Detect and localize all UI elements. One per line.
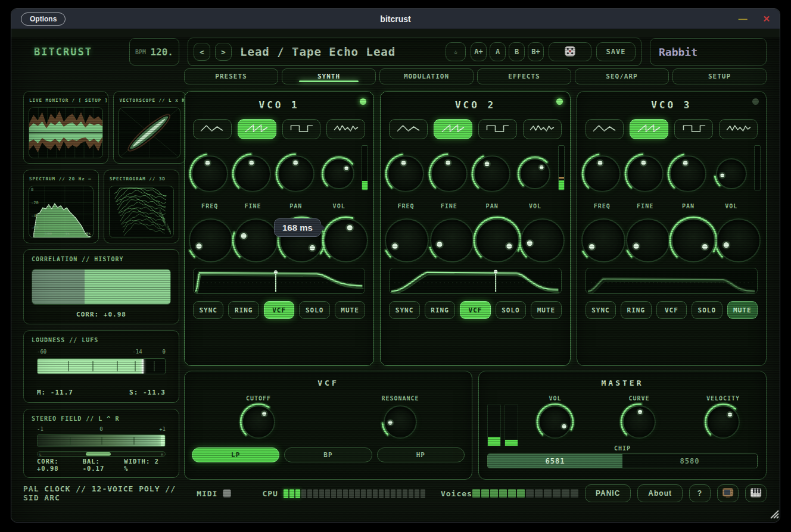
vcf-mode-bp-button[interactable]: BP xyxy=(284,447,372,462)
save-button[interactable]: SAVE xyxy=(596,42,636,61)
randomize-button[interactable] xyxy=(549,42,591,61)
vco-2-att-knob[interactable] xyxy=(385,218,429,262)
vco-1-att-knob[interactable] xyxy=(189,218,233,262)
vco-3-att-knob[interactable] xyxy=(581,218,625,262)
tab-modulation[interactable]: MODULATION xyxy=(379,68,474,85)
minimize-icon[interactable]: — xyxy=(738,14,747,24)
vco-3-ring-button[interactable]: RING xyxy=(621,301,651,319)
vco-3-pan-knob[interactable] xyxy=(669,155,706,192)
vco-2-ring-button[interactable]: RING xyxy=(425,301,455,319)
vcf-cutoff-knob[interactable] xyxy=(242,405,275,439)
cpu-segment xyxy=(343,489,348,498)
vco-3-solo-button[interactable]: SOLO xyxy=(692,301,722,319)
favorite-star-icon[interactable]: ☆ xyxy=(446,42,466,61)
vco-3-dec-knob[interactable] xyxy=(626,218,670,262)
stereo-slider-handle[interactable] xyxy=(86,452,111,456)
help-button[interactable]: ? xyxy=(689,484,711,502)
vco-1-ring-button[interactable]: RING xyxy=(228,301,259,319)
virtual-keyboard-button[interactable] xyxy=(745,484,767,502)
vco-1-freq-knob[interactable] xyxy=(191,155,228,192)
tab-synth[interactable]: SYNTH xyxy=(282,68,376,85)
vcf-mode-hp-button[interactable]: HP xyxy=(377,447,465,462)
vco-2-rel-knob[interactable] xyxy=(521,218,565,262)
vco-1-wave-triangle-button[interactable] xyxy=(193,119,232,139)
bpm-box[interactable]: BPM 120. xyxy=(129,38,179,65)
vco-3-sync-button[interactable]: SYNC xyxy=(586,301,616,319)
vco-2-fine-knob[interactable] xyxy=(431,155,468,192)
compare-b-button[interactable]: B xyxy=(509,42,525,61)
tab-setup[interactable]: SETUP xyxy=(672,68,767,85)
master-vol-knob[interactable] xyxy=(538,405,572,439)
vco-3-wave-triangle-button[interactable] xyxy=(586,119,624,139)
preset-prev-button[interactable]: < xyxy=(194,43,210,61)
vco-2-dec-knob[interactable] xyxy=(430,218,474,262)
preset-next-button[interactable]: > xyxy=(215,43,232,61)
vco-1-wave-noise-button[interactable] xyxy=(326,119,365,139)
preset-author-field[interactable]: Rabbit xyxy=(650,38,767,65)
compare-a--button[interactable]: A+ xyxy=(471,42,487,61)
vco-3-freq-knob[interactable] xyxy=(584,155,621,192)
stereo-scale-min: -1 xyxy=(37,426,43,432)
vco-1-mute-button[interactable]: MUTE xyxy=(335,301,365,319)
vco-1-dec-knob[interactable] xyxy=(234,218,278,262)
plugin-window: Options bitcrust — ✕ BITCRUST BPM 120. <… xyxy=(11,8,780,522)
vco-1-solo-button[interactable]: SOLO xyxy=(299,301,329,319)
master-velocity-knob[interactable] xyxy=(706,405,740,439)
vco-2-wave-pulse-button[interactable] xyxy=(478,119,517,139)
vco-3-knobs-top: FREQFINEPANVOL xyxy=(581,144,753,211)
vco-2-vol-knob[interactable] xyxy=(519,158,550,189)
master-curve-knob[interactable] xyxy=(622,405,656,439)
vco-3-wave-noise-button[interactable] xyxy=(719,119,758,139)
compare-b--button[interactable]: B+ xyxy=(528,42,544,61)
options-button[interactable]: Options xyxy=(21,12,66,26)
vco-3-wave-saw-button[interactable] xyxy=(630,119,668,139)
panic-button[interactable]: PANIC xyxy=(585,484,631,502)
tab-seq-arp[interactable]: SEQ/ARP xyxy=(575,68,669,85)
tab-effects[interactable]: EFFECTS xyxy=(477,68,571,85)
vcf-mode-lp-button[interactable]: LP xyxy=(192,447,279,462)
vco-3-sus-knob[interactable] xyxy=(671,218,715,262)
vco-1-wave-saw-button[interactable] xyxy=(238,119,276,139)
crt-display-button[interactable] xyxy=(717,484,739,502)
vco-3-vol-knob[interactable] xyxy=(716,158,747,189)
vco-3-vcf-button[interactable]: VCF xyxy=(656,301,687,319)
vco-1-fine-knob[interactable] xyxy=(234,155,271,192)
cpu-segment xyxy=(421,489,425,498)
vco-3-mute-button[interactable]: MUTE xyxy=(727,301,758,319)
vcf-cutoff-knob-cell: CUTOFF xyxy=(223,395,294,439)
vcf-resonance-knob[interactable] xyxy=(384,405,417,439)
vco-1-vcf-button[interactable]: VCF xyxy=(264,301,294,319)
vco-1-vol-knob[interactable] xyxy=(323,158,354,189)
stereo-width-slider[interactable]: L R xyxy=(37,451,166,457)
stereo-width-readout: WIDTH: 2 % xyxy=(124,458,166,472)
preset-name[interactable]: Lead / Tape Echo Lead xyxy=(236,45,441,58)
vco-2-sync-button[interactable]: SYNC xyxy=(389,301,419,319)
noise-wave-icon xyxy=(528,123,556,136)
tab-presets[interactable]: PRESETS xyxy=(184,68,278,85)
vco-1-pan-knob[interactable] xyxy=(278,155,314,192)
vco-1-sync-button[interactable]: SYNC xyxy=(193,301,223,319)
vco-3-wave-pulse-button[interactable] xyxy=(674,119,713,139)
vco-2-wave-noise-button[interactable] xyxy=(523,119,562,139)
chip-option-6581[interactable]: 6581 xyxy=(488,454,622,468)
vco-2-mute-button[interactable]: MUTE xyxy=(531,301,561,319)
live-monitor-title: LIVE MONITOR / [ SETUP ] xyxy=(24,92,108,103)
vco-2-wave-saw-button[interactable] xyxy=(434,119,472,139)
vco-3-rel-knob[interactable] xyxy=(717,218,761,262)
cpu-label: CPU xyxy=(262,489,278,498)
vco-2-solo-button[interactable]: SOLO xyxy=(496,301,526,319)
vco-2-pan-knob[interactable] xyxy=(474,155,510,192)
vco-2-wave-triangle-button[interactable] xyxy=(389,119,428,139)
compare-a-button[interactable]: A xyxy=(490,42,506,61)
resize-grip[interactable] xyxy=(768,508,779,521)
vco-2-sus-knob[interactable] xyxy=(475,218,519,262)
vco-1-wave-pulse-button[interactable] xyxy=(282,119,321,139)
about-button[interactable]: About xyxy=(637,484,683,502)
vco-2-vcf-button[interactable]: VCF xyxy=(460,301,490,319)
close-icon[interactable]: ✕ xyxy=(762,14,770,24)
vco-2-freq-knob[interactable] xyxy=(387,155,424,192)
vco-1-rel-knob[interactable] xyxy=(324,218,368,262)
chip-option-8580[interactable]: 8580 xyxy=(622,454,757,468)
vco-2-panel: VCO 2FREQFINEPANVOLATTDECSUSRELSYNCRINGV… xyxy=(380,91,570,366)
vco-3-fine-knob[interactable] xyxy=(627,155,664,192)
